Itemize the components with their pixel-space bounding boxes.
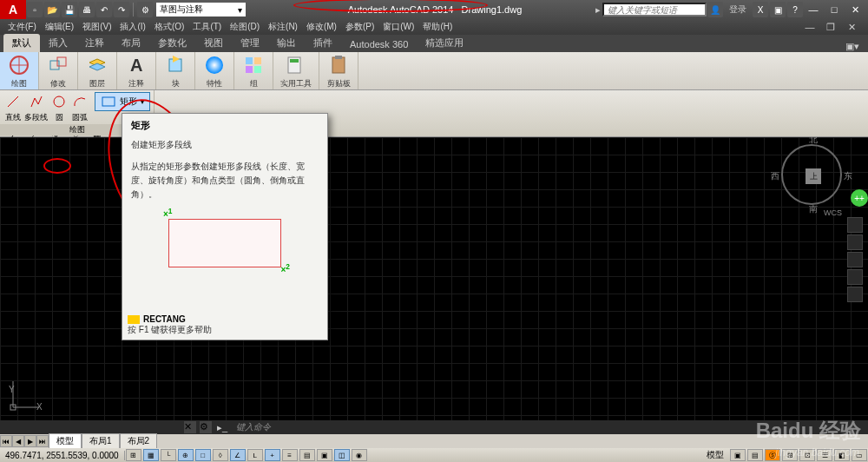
print-icon[interactable]: 🖶 <box>79 2 95 17</box>
menu-insert[interactable]: 插入(I) <box>115 21 149 33</box>
signin-icon[interactable]: 👤 <box>707 2 723 17</box>
tab-insert[interactable]: 插入 <box>40 34 76 52</box>
menu-help[interactable]: 帮助(H) <box>418 21 457 33</box>
draw-icon[interactable] <box>7 54 31 76</box>
nav-wheel-button[interactable] <box>847 217 863 233</box>
orbit-button[interactable] <box>847 269 863 285</box>
menu-param[interactable]: 参数(P) <box>341 21 378 33</box>
menu-dim[interactable]: 标注(N) <box>264 21 302 33</box>
sb-r6[interactable]: ◧ <box>834 449 850 461</box>
app-icon[interactable]: A <box>0 0 26 19</box>
undo-icon[interactable]: ↶ <box>96 2 112 17</box>
tab-a360[interactable]: Autodesk 360 <box>341 36 417 52</box>
utilities-icon[interactable] <box>284 54 308 76</box>
pline-button[interactable] <box>27 92 46 111</box>
help-icon[interactable]: ? <box>787 2 803 17</box>
menu-draw[interactable]: 绘图(D) <box>226 21 264 33</box>
command-line[interactable]: ✕ ⚙ ▸_ 键入命令 <box>0 420 868 434</box>
tab-default[interactable]: 默认 <box>3 34 40 52</box>
model-paper-toggle[interactable]: 模型 <box>701 449 729 461</box>
properties-icon[interactable] <box>202 54 227 76</box>
grid-button[interactable]: ▦ <box>143 449 159 461</box>
nav-indicator[interactable]: ++ <box>851 189 868 207</box>
doc-minimize-button[interactable]: — <box>800 20 819 34</box>
menu-window[interactable]: 窗口(W) <box>378 21 418 33</box>
line-button[interactable] <box>3 92 23 111</box>
block-icon[interactable] <box>163 54 187 76</box>
ribbon-collapse-button[interactable]: ▣▾ <box>845 41 865 52</box>
tab-featured[interactable]: 精选应用 <box>417 34 472 52</box>
close-button[interactable]: ✕ <box>845 3 865 16</box>
menu-edit[interactable]: 编辑(E) <box>41 21 78 33</box>
cloud-icon[interactable]: ▣ <box>770 2 786 17</box>
tab-layout[interactable]: 布局 <box>113 34 149 52</box>
tab-layout1[interactable]: 布局1 <box>82 433 120 449</box>
tab-last-button[interactable]: ⏭ <box>36 435 49 447</box>
snap-button[interactable]: ⊞ <box>126 449 141 461</box>
lwt-button[interactable]: ≡ <box>282 449 298 461</box>
menu-format[interactable]: 格式(O) <box>150 21 188 33</box>
sb-r3[interactable]: ⊞ <box>782 449 798 461</box>
group-icon[interactable] <box>241 54 266 76</box>
am-button[interactable]: ◉ <box>352 449 367 461</box>
login-button[interactable]: 登录 <box>729 3 746 16</box>
sb-r1[interactable]: ▣ <box>730 449 746 461</box>
showmotion-button[interactable] <box>847 287 863 302</box>
menu-modify[interactable]: 修改(M) <box>302 21 341 33</box>
modify-icon[interactable] <box>46 54 70 76</box>
tab-layout2[interactable]: 布局2 <box>120 433 158 449</box>
search-input[interactable] <box>602 3 707 16</box>
layer-icon[interactable] <box>85 54 109 76</box>
tab-annotate[interactable]: 注释 <box>76 34 113 52</box>
cmd-config-button[interactable]: ⚙ <box>200 421 212 433</box>
osnap3d-button[interactable]: ◊ <box>213 449 228 461</box>
tab-model[interactable]: 模型 <box>49 433 82 449</box>
tab-next-button[interactable]: ▶ <box>24 435 36 447</box>
circle-button[interactable] <box>49 92 69 111</box>
tab-prev-button[interactable]: ◀ <box>12 435 24 447</box>
tab-parametric[interactable]: 参数化 <box>149 34 195 52</box>
sc-button[interactable]: ◫ <box>334 449 350 461</box>
menu-tools[interactable]: 工具(T) <box>188 21 226 33</box>
qp-button[interactable]: ▣ <box>317 449 332 461</box>
zoom-button[interactable] <box>847 252 863 267</box>
workspace-select[interactable]: 草图与注释▾ <box>156 3 246 16</box>
arc-button[interactable] <box>70 92 89 111</box>
sb-r4[interactable]: ⊡ <box>799 449 815 461</box>
workspace-icon[interactable]: ⚙ <box>137 2 153 17</box>
tab-manage[interactable]: 管理 <box>232 34 268 52</box>
sb-r2[interactable]: ▤ <box>747 449 763 461</box>
viewcube-top[interactable]: 上 <box>806 168 821 184</box>
menu-file[interactable]: 文件(F) <box>3 21 41 33</box>
pan-button[interactable] <box>847 234 863 250</box>
new-icon[interactable]: ▫ <box>27 2 43 17</box>
clipboard-icon[interactable] <box>326 54 351 76</box>
tab-plugins[interactable]: 插件 <box>305 34 341 52</box>
osnap-button[interactable]: □ <box>195 449 211 461</box>
doc-close-button[interactable]: ✕ <box>842 20 861 34</box>
rectangle-dropdown[interactable]: 矩形▾ <box>95 92 150 111</box>
maximize-button[interactable]: □ <box>825 3 844 16</box>
viewcube[interactable]: 上 北 南 西 东 WCS <box>781 144 842 205</box>
sb-feed[interactable]: ⓢ <box>765 449 780 461</box>
save-icon[interactable]: 💾 <box>62 2 77 17</box>
doc-restore-button[interactable]: ❐ <box>821 20 840 34</box>
minimize-button[interactable]: — <box>804 3 823 16</box>
tab-first-button[interactable]: ⏮ <box>0 435 12 447</box>
redo-icon[interactable]: ↷ <box>114 2 129 17</box>
polar-button[interactable]: ⊕ <box>178 449 194 461</box>
menu-view[interactable]: 视图(V) <box>78 21 115 33</box>
sb-r5[interactable]: ☰ <box>817 449 832 461</box>
exchange-icon[interactable]: X <box>753 2 768 17</box>
ducs-button[interactable]: L <box>247 449 263 461</box>
sb-clean[interactable]: ▭ <box>852 449 867 461</box>
coords-display[interactable]: 496.7471, 2551.5539, 0.0000 <box>0 451 125 460</box>
open-icon[interactable]: 📂 <box>44 2 60 17</box>
tab-output[interactable]: 输出 <box>268 34 305 52</box>
tab-view[interactable]: 视图 <box>195 34 232 52</box>
tpy-button[interactable]: ▤ <box>299 449 315 461</box>
annotate-icon[interactable]: A <box>124 54 148 76</box>
cmd-close-button[interactable]: ✕ <box>184 421 196 433</box>
otrack-button[interactable]: ∠ <box>230 449 246 461</box>
ortho-button[interactable]: └ <box>161 449 176 461</box>
